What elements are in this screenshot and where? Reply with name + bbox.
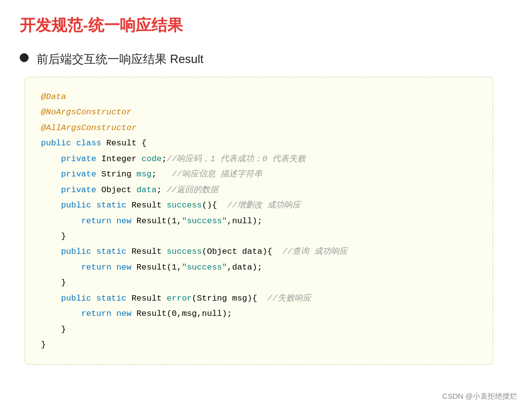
page-title: 开发规范-统一响应结果 [20, 15, 512, 36]
code-line-17: return new Result(0,msg,null); [41, 306, 477, 321]
code-line-2: @NoArgsConstructor [41, 104, 477, 120]
code-line-16: public static Result error(String msg){ … [41, 291, 477, 306]
code-line-3: @AllArgsConstructor [41, 120, 477, 136]
bullet-item: 前后端交互统一响应结果 Result [20, 51, 512, 67]
code-line-5: private Integer code;//响应码，1 代表成功；0 代表失败 [41, 151, 477, 167]
code-line-1: @Data [41, 89, 477, 104]
bullet-dot [20, 53, 29, 62]
code-line-13: return new Result(1,"success",data); [41, 260, 477, 275]
code-line-19: } [41, 337, 477, 352]
code-line-14: } [41, 275, 477, 290]
code-line-9: return new Result(1,"success",null); [41, 213, 477, 229]
code-line-7: private Object data; //返回的数据 [41, 182, 477, 198]
page-container: 开发规范-统一响应结果 前后端交互统一响应结果 Result @Data @No… [0, 0, 532, 410]
code-line-12: public static Result success(Object data… [41, 244, 477, 259]
watermark: CSDN @小袁拒绝摆烂 [442, 392, 517, 401]
code-line-10: } [41, 229, 477, 244]
code-line-6: private String msg; //响应信息 描述字符串 [41, 167, 477, 182]
code-line-8: public static Result success(){ //增删改 成功… [41, 198, 477, 213]
code-line-4: public class Result { [41, 136, 477, 151]
code-line-18: } [41, 322, 477, 337]
bullet-text: 前后端交互统一响应结果 Result [36, 51, 204, 67]
code-block: @Data @NoArgsConstructor @AllArgsConstru… [25, 77, 493, 365]
